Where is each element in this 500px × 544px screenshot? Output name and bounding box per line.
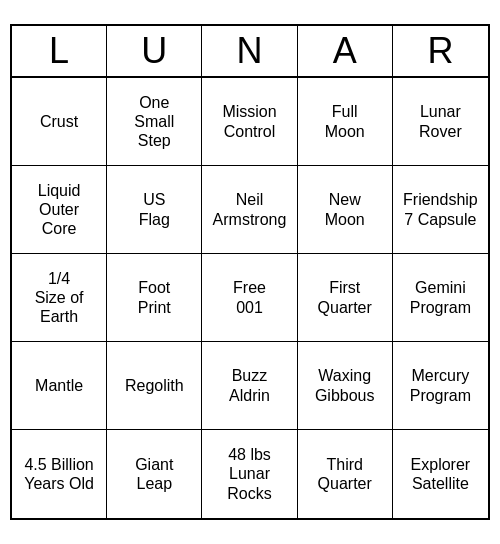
bingo-cell: FootPrint <box>107 254 202 342</box>
bingo-cell: Friendship7 Capsule <box>393 166 488 254</box>
bingo-cell: NewMoon <box>298 166 393 254</box>
cell-text: FullMoon <box>325 102 365 140</box>
cell-text: GeminiProgram <box>410 278 471 316</box>
cell-text: GiantLeap <box>135 455 173 493</box>
cell-text: NewMoon <box>325 190 365 228</box>
cell-text: Crust <box>40 112 78 131</box>
bingo-cell: MercuryProgram <box>393 342 488 430</box>
cell-text: MissionControl <box>222 102 276 140</box>
bingo-cell: BuzzAldrin <box>202 342 297 430</box>
bingo-cell: Free001 <box>202 254 297 342</box>
cell-text: 48 lbsLunarRocks <box>227 445 271 503</box>
bingo-cell: Mantle <box>12 342 107 430</box>
cell-text: MercuryProgram <box>410 366 471 404</box>
bingo-cell: 1/4Size ofEarth <box>12 254 107 342</box>
cell-text: ExplorerSatellite <box>411 455 471 493</box>
cell-text: Regolith <box>125 376 184 395</box>
cell-text: Mantle <box>35 376 83 395</box>
bingo-cell: Crust <box>12 78 107 166</box>
bingo-cell: NeilArmstrong <box>202 166 297 254</box>
bingo-cell: GeminiProgram <box>393 254 488 342</box>
cell-text: 1/4Size ofEarth <box>35 269 84 327</box>
header-letter: L <box>12 26 107 76</box>
bingo-grid: CrustOneSmallStepMissionControlFullMoonL… <box>12 78 488 518</box>
cell-text: FirstQuarter <box>318 278 372 316</box>
bingo-cell: 48 lbsLunarRocks <box>202 430 297 518</box>
bingo-cell: GiantLeap <box>107 430 202 518</box>
bingo-cell: MissionControl <box>202 78 297 166</box>
bingo-cell: ThirdQuarter <box>298 430 393 518</box>
bingo-cell: LunarRover <box>393 78 488 166</box>
header-letter: A <box>298 26 393 76</box>
cell-text: LiquidOuterCore <box>38 181 81 239</box>
bingo-cell: ExplorerSatellite <box>393 430 488 518</box>
cell-text: LunarRover <box>419 102 462 140</box>
header-letter: N <box>202 26 297 76</box>
bingo-cell: 4.5 BillionYears Old <box>12 430 107 518</box>
bingo-cell: WaxingGibbous <box>298 342 393 430</box>
header-letter: U <box>107 26 202 76</box>
bingo-card: LUNAR CrustOneSmallStepMissionControlFul… <box>10 24 490 520</box>
cell-text: WaxingGibbous <box>315 366 375 404</box>
bingo-cell: Regolith <box>107 342 202 430</box>
cell-text: Friendship7 Capsule <box>403 190 478 228</box>
cell-text: USFlag <box>139 190 170 228</box>
bingo-cell: FullMoon <box>298 78 393 166</box>
bingo-header: LUNAR <box>12 26 488 78</box>
bingo-cell: FirstQuarter <box>298 254 393 342</box>
cell-text: ThirdQuarter <box>318 455 372 493</box>
cell-text: BuzzAldrin <box>229 366 270 404</box>
bingo-cell: USFlag <box>107 166 202 254</box>
cell-text: OneSmallStep <box>134 93 174 151</box>
bingo-cell: LiquidOuterCore <box>12 166 107 254</box>
cell-text: 4.5 BillionYears Old <box>24 455 94 493</box>
bingo-cell: OneSmallStep <box>107 78 202 166</box>
cell-text: Free001 <box>233 278 266 316</box>
header-letter: R <box>393 26 488 76</box>
cell-text: NeilArmstrong <box>213 190 287 228</box>
cell-text: FootPrint <box>138 278 171 316</box>
